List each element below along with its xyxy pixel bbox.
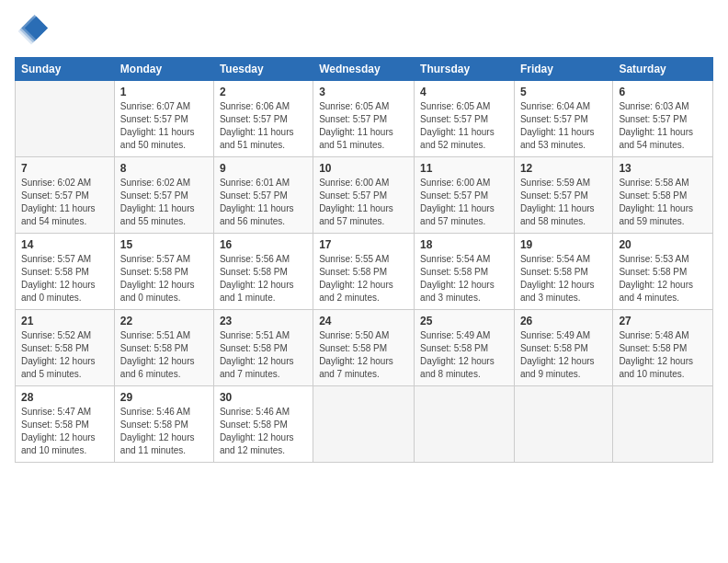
week-row-4: 28Sunrise: 5:47 AM Sunset: 5:58 PM Dayli… <box>16 386 713 463</box>
day-number: 22 <box>120 315 208 327</box>
day-number: 12 <box>520 162 607 175</box>
day-detail: Sunrise: 5:46 AM Sunset: 5:58 PM Dayligh… <box>220 406 307 457</box>
logo-icon <box>15 15 48 48</box>
day-detail: Sunrise: 6:07 AM Sunset: 5:57 PM Dayligh… <box>120 100 208 152</box>
calendar-cell: 27Sunrise: 5:48 AM Sunset: 5:58 PM Dayli… <box>613 310 713 386</box>
day-number: 3 <box>319 86 408 98</box>
day-detail: Sunrise: 5:50 AM Sunset: 5:58 PM Dayligh… <box>319 329 408 381</box>
calendar-cell: 26Sunrise: 5:49 AM Sunset: 5:58 PM Dayli… <box>514 310 612 386</box>
day-detail: Sunrise: 6:02 AM Sunset: 5:57 PM Dayligh… <box>120 177 208 228</box>
day-detail: Sunrise: 6:03 AM Sunset: 5:57 PM Dayligh… <box>619 100 707 152</box>
day-number: 16 <box>220 238 307 251</box>
day-number: 5 <box>520 86 607 98</box>
weekday-header-row: SundayMondayTuesdayWednesdayThursdayFrid… <box>16 58 713 81</box>
weekday-header-thursday: Thursday <box>415 58 515 81</box>
day-detail: Sunrise: 6:06 AM Sunset: 5:57 PM Dayligh… <box>220 100 307 152</box>
day-number: 17 <box>319 238 408 251</box>
weekday-header-friday: Friday <box>514 58 612 81</box>
calendar-cell: 14Sunrise: 5:57 AM Sunset: 5:58 PM Dayli… <box>16 234 115 310</box>
header-area <box>15 15 713 48</box>
day-number: 4 <box>420 86 508 98</box>
day-number: 28 <box>21 391 108 404</box>
day-detail: Sunrise: 5:53 AM Sunset: 5:58 PM Dayligh… <box>619 253 707 304</box>
calendar-cell: 3Sunrise: 6:05 AM Sunset: 5:57 PM Daylig… <box>313 81 415 157</box>
day-detail: Sunrise: 6:04 AM Sunset: 5:57 PM Dayligh… <box>520 100 607 152</box>
day-detail: Sunrise: 5:47 AM Sunset: 5:58 PM Dayligh… <box>21 406 108 457</box>
day-detail: Sunrise: 5:59 AM Sunset: 5:57 PM Dayligh… <box>520 177 607 228</box>
calendar-cell: 24Sunrise: 5:50 AM Sunset: 5:58 PM Dayli… <box>313 310 415 386</box>
day-detail: Sunrise: 6:05 AM Sunset: 5:57 PM Dayligh… <box>420 100 508 152</box>
day-number: 19 <box>520 238 607 251</box>
day-number: 18 <box>420 238 508 251</box>
day-number: 30 <box>220 391 307 404</box>
calendar-cell <box>415 386 515 463</box>
day-detail: Sunrise: 5:56 AM Sunset: 5:58 PM Dayligh… <box>220 253 307 304</box>
calendar-cell: 9Sunrise: 6:01 AM Sunset: 5:57 PM Daylig… <box>213 157 313 234</box>
day-number: 11 <box>420 162 508 175</box>
calendar-cell: 15Sunrise: 5:57 AM Sunset: 5:58 PM Dayli… <box>114 234 213 310</box>
day-detail: Sunrise: 5:49 AM Sunset: 5:58 PM Dayligh… <box>520 329 607 381</box>
day-number: 27 <box>619 315 707 327</box>
calendar-cell: 18Sunrise: 5:54 AM Sunset: 5:58 PM Dayli… <box>415 234 515 310</box>
day-number: 25 <box>420 315 508 327</box>
day-number: 15 <box>120 238 208 251</box>
weekday-header-monday: Monday <box>114 58 213 81</box>
day-detail: Sunrise: 6:00 AM Sunset: 5:57 PM Dayligh… <box>420 177 508 228</box>
calendar-cell <box>514 386 612 463</box>
day-detail: Sunrise: 5:57 AM Sunset: 5:58 PM Dayligh… <box>120 253 208 304</box>
calendar-cell: 11Sunrise: 6:00 AM Sunset: 5:57 PM Dayli… <box>415 157 515 234</box>
day-detail: Sunrise: 5:54 AM Sunset: 5:58 PM Dayligh… <box>420 253 508 304</box>
calendar-cell: 25Sunrise: 5:49 AM Sunset: 5:58 PM Dayli… <box>415 310 515 386</box>
calendar-cell: 21Sunrise: 5:52 AM Sunset: 5:58 PM Dayli… <box>16 310 115 386</box>
day-number: 23 <box>220 315 307 327</box>
calendar-cell: 29Sunrise: 5:46 AM Sunset: 5:58 PM Dayli… <box>114 386 213 463</box>
day-detail: Sunrise: 5:51 AM Sunset: 5:58 PM Dayligh… <box>220 329 307 381</box>
calendar-cell: 2Sunrise: 6:06 AM Sunset: 5:57 PM Daylig… <box>213 81 313 157</box>
weekday-header-tuesday: Tuesday <box>213 58 313 81</box>
logo <box>15 15 51 48</box>
week-row-2: 14Sunrise: 5:57 AM Sunset: 5:58 PM Dayli… <box>16 234 713 310</box>
calendar-cell: 8Sunrise: 6:02 AM Sunset: 5:57 PM Daylig… <box>114 157 213 234</box>
day-number: 10 <box>319 162 408 175</box>
day-detail: Sunrise: 5:51 AM Sunset: 5:58 PM Dayligh… <box>120 329 208 381</box>
day-number: 1 <box>120 86 208 98</box>
calendar-cell: 17Sunrise: 5:55 AM Sunset: 5:58 PM Dayli… <box>313 234 415 310</box>
calendar-cell: 13Sunrise: 5:58 AM Sunset: 5:58 PM Dayli… <box>613 157 713 234</box>
calendar-cell: 16Sunrise: 5:56 AM Sunset: 5:58 PM Dayli… <box>213 234 313 310</box>
calendar-cell <box>16 81 115 157</box>
day-detail: Sunrise: 5:55 AM Sunset: 5:58 PM Dayligh… <box>319 253 408 304</box>
week-row-0: 1Sunrise: 6:07 AM Sunset: 5:57 PM Daylig… <box>16 81 713 157</box>
day-number: 2 <box>220 86 307 98</box>
day-detail: Sunrise: 6:02 AM Sunset: 5:57 PM Dayligh… <box>21 177 108 228</box>
weekday-header-saturday: Saturday <box>613 58 713 81</box>
day-number: 24 <box>319 315 408 327</box>
day-number: 13 <box>619 162 707 175</box>
day-number: 21 <box>21 315 108 327</box>
calendar-cell: 1Sunrise: 6:07 AM Sunset: 5:57 PM Daylig… <box>114 81 213 157</box>
calendar-cell: 28Sunrise: 5:47 AM Sunset: 5:58 PM Dayli… <box>16 386 115 463</box>
calendar-cell: 4Sunrise: 6:05 AM Sunset: 5:57 PM Daylig… <box>415 81 515 157</box>
day-detail: Sunrise: 6:01 AM Sunset: 5:57 PM Dayligh… <box>220 177 307 228</box>
calendar-cell: 5Sunrise: 6:04 AM Sunset: 5:57 PM Daylig… <box>514 81 612 157</box>
day-number: 8 <box>120 162 208 175</box>
day-detail: Sunrise: 6:00 AM Sunset: 5:57 PM Dayligh… <box>319 177 408 228</box>
calendar-cell: 7Sunrise: 6:02 AM Sunset: 5:57 PM Daylig… <box>16 157 115 234</box>
calendar-cell: 12Sunrise: 5:59 AM Sunset: 5:57 PM Dayli… <box>514 157 612 234</box>
day-detail: Sunrise: 5:48 AM Sunset: 5:58 PM Dayligh… <box>619 329 707 381</box>
day-number: 6 <box>619 86 707 98</box>
day-number: 29 <box>120 391 208 404</box>
day-detail: Sunrise: 5:49 AM Sunset: 5:58 PM Dayligh… <box>420 329 508 381</box>
day-number: 9 <box>220 162 307 175</box>
day-number: 26 <box>520 315 607 327</box>
week-row-1: 7Sunrise: 6:02 AM Sunset: 5:57 PM Daylig… <box>16 157 713 234</box>
calendar-cell: 6Sunrise: 6:03 AM Sunset: 5:57 PM Daylig… <box>613 81 713 157</box>
day-detail: Sunrise: 5:57 AM Sunset: 5:58 PM Dayligh… <box>21 253 108 304</box>
day-detail: Sunrise: 6:05 AM Sunset: 5:57 PM Dayligh… <box>319 100 408 152</box>
day-detail: Sunrise: 5:54 AM Sunset: 5:58 PM Dayligh… <box>520 253 607 304</box>
day-detail: Sunrise: 5:52 AM Sunset: 5:58 PM Dayligh… <box>21 329 108 381</box>
calendar-cell: 19Sunrise: 5:54 AM Sunset: 5:58 PM Dayli… <box>514 234 612 310</box>
weekday-header-sunday: Sunday <box>16 58 115 81</box>
day-number: 7 <box>21 162 108 175</box>
day-detail: Sunrise: 5:58 AM Sunset: 5:58 PM Dayligh… <box>619 177 707 228</box>
calendar-cell: 20Sunrise: 5:53 AM Sunset: 5:58 PM Dayli… <box>613 234 713 310</box>
